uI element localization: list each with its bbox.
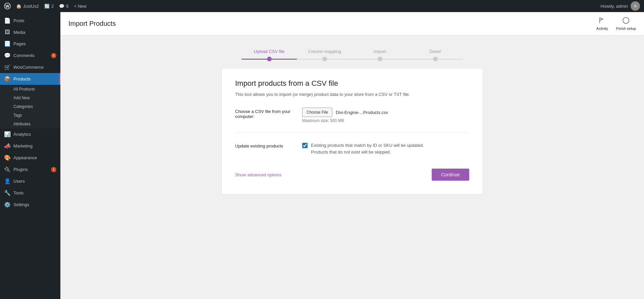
step-mapping: Column mapping [297, 49, 352, 61]
svg-text:W: W [5, 4, 9, 9]
step-done-dot [433, 57, 438, 61]
sidebar-item-marketing[interactable]: 📣 Marketing [0, 140, 60, 152]
tools-icon: 🔧 [4, 190, 11, 196]
sidebar-item-tools[interactable]: 🔧 Tools [0, 187, 60, 199]
sidebar-item-settings[interactable]: ⚙️ Settings [0, 199, 60, 211]
sidebar-item-appearance[interactable]: 🎨 Appearance [0, 152, 60, 164]
circle-icon [622, 17, 630, 26]
sidebar-item-users[interactable]: 👤 Users [0, 175, 60, 187]
step-import: Import [352, 49, 408, 61]
settings-icon: ⚙️ [4, 201, 11, 208]
header-actions: Activity Finish setup [596, 17, 636, 31]
step-upload-label: Upload CSV file [254, 49, 285, 54]
finish-setup-button[interactable]: Finish setup [616, 17, 636, 31]
file-label: Choose a CSV file from your computer: [235, 108, 302, 119]
main-content: Import Products Activity [60, 12, 644, 299]
user-avatar[interactable]: A [631, 1, 640, 11]
update-existing-checkbox[interactable] [302, 143, 308, 148]
sidebar-item-woocommerce[interactable]: 🛒 WooCommerce [0, 61, 60, 73]
step-done-label: Done! [429, 49, 441, 54]
file-chooser: Choose File Divi-Engine-...Products.csv [302, 108, 469, 117]
sidebar-item-products[interactable]: 📦 Products [0, 73, 60, 85]
import-title: Import products from a CSV file [235, 79, 469, 88]
update-existing-row: Update existing products Existing produc… [235, 142, 469, 155]
update-checkbox-row: Existing products that match by ID or SK… [302, 142, 469, 155]
admin-bar: W 🏠 JustUs2 🔄 2 💬 6 + New Howdy, admin A [0, 0, 644, 12]
plugins-badge: 1 [51, 167, 56, 172]
show-advanced-link[interactable]: Show advanced options [235, 172, 281, 177]
woocommerce-icon: 🛒 [4, 64, 11, 70]
sidebar-item-analytics[interactable]: 📊 Analytics [0, 128, 60, 140]
comments-item[interactable]: 💬 6 [59, 4, 68, 9]
update-field: Existing products that match by ID or SK… [302, 142, 469, 155]
step-import-dot [378, 57, 382, 61]
appearance-icon: 🎨 [4, 155, 11, 161]
step-mapping-dot [322, 57, 327, 61]
sidebar-subitem-attributes[interactable]: Attributes [0, 120, 60, 128]
page-title: Import Products [68, 20, 116, 27]
page-header: Import Products Activity [60, 12, 644, 36]
step-done: Done! [408, 49, 463, 61]
posts-icon: 📄 [4, 17, 11, 24]
sidebar-item-posts[interactable]: 📄 Posts [0, 15, 60, 26]
continue-button[interactable]: Continue [432, 169, 469, 181]
update-description: Existing products that match by ID or SK… [311, 142, 424, 155]
products-icon: 📦 [4, 76, 11, 82]
selected-file-name: Divi-Engine-...Products.csv [336, 110, 388, 115]
steps-progress: Upload CSV file Column mapping [221, 44, 483, 68]
sidebar-item-media[interactable]: 🖼 Media [0, 26, 60, 38]
sidebar-subitem-categories[interactable]: Categories [0, 102, 60, 111]
sidebar-subitem-add-new[interactable]: Add New [0, 94, 60, 102]
file-field: Choose File Divi-Engine-...Products.csv … [302, 108, 469, 123]
flag-icon [598, 17, 606, 26]
step-upload: Upload CSV file [241, 49, 297, 61]
import-card: Import products from a CSV file This too… [221, 68, 483, 194]
content-area: Upload CSV file Column mapping [60, 36, 644, 299]
file-input-row: Choose a CSV file from your computer: Ch… [235, 108, 469, 133]
step-mapping-label: Column mapping [308, 49, 341, 54]
sidebar-subitem-all-products[interactable]: All Products [0, 85, 60, 94]
choose-file-button[interactable]: Choose File [302, 108, 332, 117]
users-icon: 👤 [4, 178, 11, 184]
comments-icon: 💬 [4, 52, 11, 59]
sidebar: 📄 Posts 🖼 Media 📃 Pages 💬 Comments 6 🛒 W… [0, 12, 60, 299]
adminbar-right: Howdy, admin A [601, 1, 640, 11]
marketing-icon: 📣 [4, 143, 11, 149]
pages-icon: 📃 [4, 41, 11, 47]
site-name[interactable]: 🏠 JustUs2 [16, 4, 39, 9]
sidebar-item-plugins[interactable]: 🔌 Plugins 1 [0, 164, 60, 175]
plugins-icon: 🔌 [4, 166, 11, 173]
step-upload-dot [267, 57, 272, 61]
import-description: This tool allows you to import (or merge… [235, 92, 469, 97]
analytics-icon: 📊 [4, 131, 11, 137]
updates-item[interactable]: 🔄 2 [44, 4, 54, 9]
products-submenu: All Products Add New Categories Tags Att… [0, 85, 60, 128]
sidebar-subitem-tags[interactable]: Tags [0, 111, 60, 120]
sidebar-item-pages[interactable]: 📃 Pages [0, 38, 60, 50]
svg-point-2 [623, 17, 629, 23]
wp-logo[interactable]: W [4, 3, 11, 9]
update-label: Update existing products [235, 142, 302, 148]
sidebar-item-comments[interactable]: 💬 Comments 6 [0, 50, 60, 61]
card-footer: Show advanced options Continue [235, 169, 469, 181]
new-item[interactable]: + New [74, 4, 86, 9]
step-import-label: Import [374, 49, 386, 54]
max-size-label: Maximum size: 500 MB [302, 118, 469, 123]
activity-button[interactable]: Activity [596, 17, 608, 31]
media-icon: 🖼 [4, 29, 11, 35]
active-indicator [59, 73, 60, 85]
comments-badge: 6 [51, 53, 56, 58]
